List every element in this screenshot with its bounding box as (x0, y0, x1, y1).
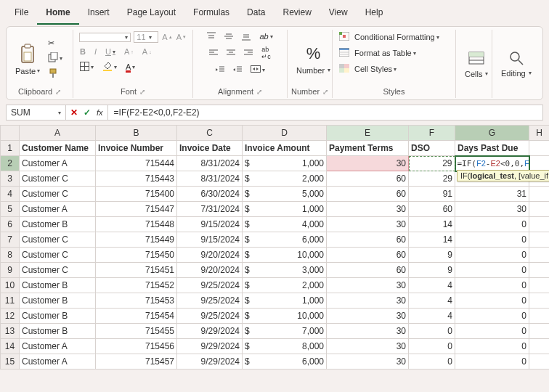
row-header[interactable]: 5 (1, 202, 20, 217)
row-header[interactable]: 10 (1, 278, 20, 293)
cell[interactable]: $ 5,000 (243, 187, 327, 202)
decrease-indent-button[interactable] (215, 65, 225, 74)
menu-data[interactable]: Data (238, 3, 274, 25)
cell[interactable]: 715456 (96, 339, 177, 354)
col-header[interactable]: D (243, 126, 327, 141)
cell[interactable]: $ 8,000 (243, 339, 327, 354)
border-button[interactable]: ▾ (79, 61, 94, 73)
cell[interactable]: DSO (409, 141, 455, 156)
cell[interactable]: 91 (409, 187, 455, 202)
dialog-launcher-icon[interactable]: ⤢ (139, 88, 145, 96)
cell[interactable]: $ 1,000 (243, 202, 327, 217)
cell[interactable]: $ 2,000 (243, 171, 327, 187)
cell[interactable]: $ 6,000 (243, 232, 327, 248)
cell[interactable]: Customer C (20, 232, 96, 248)
decrease-font-alt[interactable]: A↓ (142, 46, 152, 57)
row-header[interactable]: 12 (1, 309, 20, 324)
cell[interactable] (529, 354, 550, 369)
cell[interactable]: 9/29/2024 (177, 354, 243, 369)
cell[interactable]: 0 (455, 263, 529, 278)
cell[interactable]: 30 (327, 324, 409, 339)
cell[interactable]: 7/31/2024 (177, 202, 243, 217)
cancel-formula-button[interactable]: ✕ (70, 107, 78, 118)
cell[interactable]: 715451 (96, 263, 177, 278)
col-header[interactable]: C (177, 126, 243, 141)
cell[interactable]: 0 (409, 324, 455, 339)
cell[interactable]: 0 (455, 309, 529, 324)
cell[interactable]: Customer A (20, 339, 96, 354)
cell[interactable]: Customer C (20, 187, 96, 202)
font-name-combo[interactable]: ▾ (79, 33, 131, 42)
row-header[interactable]: 1 (1, 141, 20, 156)
cell[interactable]: 0 (409, 339, 455, 354)
menu-help[interactable]: Help (357, 3, 392, 25)
dialog-launcher-icon[interactable]: ⤢ (322, 88, 328, 96)
format-painter-button[interactable] (47, 68, 63, 81)
cell[interactable]: Customer C (20, 263, 96, 278)
align-right-button[interactable] (243, 49, 253, 57)
cell[interactable] (529, 293, 550, 309)
cell[interactable]: 9 (409, 263, 455, 278)
menu-formulas[interactable]: Formulas (184, 3, 238, 25)
cell[interactable] (529, 324, 550, 339)
cell[interactable]: 8/31/2024 (177, 156, 243, 171)
cell[interactable]: 60 (327, 232, 409, 248)
cell[interactable]: $ 6,000 (243, 354, 327, 369)
cell[interactable]: $ 7,000 (243, 324, 327, 339)
cell[interactable] (529, 156, 550, 171)
cell[interactable]: 715443 (96, 171, 177, 187)
align-bottom-button[interactable] (241, 31, 251, 41)
cell[interactable]: $ 3,000 (243, 263, 327, 278)
row-header[interactable]: 8 (1, 248, 20, 263)
row-header[interactable]: 6 (1, 217, 20, 232)
align-top-button[interactable] (206, 31, 216, 41)
cell[interactable]: 0 (455, 217, 529, 232)
row-header[interactable]: 11 (1, 293, 20, 309)
cell[interactable]: 715453 (96, 293, 177, 309)
cell[interactable] (529, 217, 550, 232)
row-header[interactable]: 9 (1, 263, 20, 278)
cell[interactable]: Invoice Amount (243, 141, 327, 156)
cell[interactable]: =IF(F2-E2<0,0,F2-E2) (455, 156, 529, 171)
menu-file[interactable]: File (6, 3, 37, 25)
row-header[interactable]: 7 (1, 232, 20, 248)
italic-button[interactable]: I (94, 46, 97, 57)
cell[interactable]: 715444 (96, 156, 177, 171)
cells-button[interactable]: Cells▾ (462, 48, 491, 80)
cell[interactable]: Invoice Number (96, 141, 177, 156)
worksheet[interactable]: A B C D E F G H 1 Customer Name Invoice … (0, 125, 549, 369)
cell[interactable]: 9/15/2024 (177, 232, 243, 248)
menu-review[interactable]: Review (274, 3, 320, 25)
cell[interactable] (529, 248, 550, 263)
cell[interactable]: 9/20/2024 (177, 248, 243, 263)
conditional-formatting-button[interactable]: Conditional Formatting▾ (338, 31, 440, 43)
cell[interactable]: 9/29/2024 (177, 339, 243, 354)
bold-button[interactable]: B (79, 46, 86, 57)
cell[interactable]: 715455 (96, 324, 177, 339)
cell[interactable]: $ 2,000 (243, 278, 327, 293)
cell[interactable]: Customer B (20, 217, 96, 232)
cell[interactable] (529, 263, 550, 278)
cell[interactable]: Customer C (20, 171, 96, 187)
cell[interactable]: 4 (409, 309, 455, 324)
cell[interactable]: $ 10,000 (243, 248, 327, 263)
cell[interactable]: 8/31/2024 (177, 171, 243, 187)
cell[interactable]: 4 (409, 293, 455, 309)
cell[interactable]: Customer A (20, 202, 96, 217)
cell[interactable]: 0 (409, 354, 455, 369)
cell[interactable]: 9/20/2024 (177, 263, 243, 278)
number-format-button[interactable]: % Number▾ (293, 43, 333, 76)
increase-indent-button[interactable] (232, 65, 243, 74)
cell[interactable]: Invoice Date (177, 141, 243, 156)
font-size-combo[interactable]: 11▾ (134, 31, 158, 43)
cell[interactable] (529, 202, 550, 217)
menu-insert[interactable]: Insert (79, 3, 118, 25)
cell[interactable]: 715452 (96, 278, 177, 293)
cell[interactable]: 0 (455, 339, 529, 354)
cell[interactable]: 14 (409, 232, 455, 248)
cell[interactable]: 30 (327, 278, 409, 293)
accept-formula-button[interactable]: ✓ (84, 107, 91, 118)
align-left-button[interactable] (208, 49, 219, 57)
cell[interactable] (529, 278, 550, 293)
row-header[interactable]: 3 (1, 171, 20, 187)
